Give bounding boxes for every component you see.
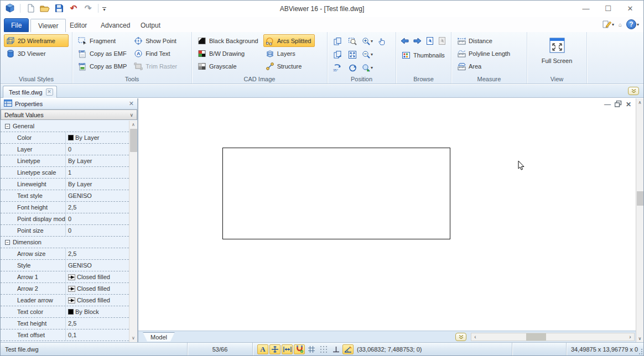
ortho-toggle[interactable] xyxy=(330,344,341,354)
app-logo-icon[interactable] xyxy=(4,2,16,14)
scroll-thumb[interactable] xyxy=(637,191,643,206)
black-background-button[interactable]: Black Background xyxy=(195,34,262,47)
property-row-color[interactable]: Color By Layer xyxy=(1,132,129,144)
open-file-button[interactable] xyxy=(39,2,51,14)
section-row-dimension[interactable]: −Dimension xyxy=(1,237,129,248)
distance-button[interactable]: Distance xyxy=(455,34,523,47)
tab-file[interactable]: File xyxy=(4,18,29,32)
property-row-arrow-1[interactable]: Arrow 1 Closed filled xyxy=(1,271,129,283)
save-button[interactable] xyxy=(53,2,65,14)
tab-output[interactable]: Output xyxy=(133,19,168,32)
mdi-restore-button[interactable] xyxy=(615,101,622,108)
qat-customize-button[interactable]: ▾ xyxy=(102,6,106,11)
zoom-window-button[interactable] xyxy=(346,35,359,48)
scroll-down-icon[interactable]: ∨ xyxy=(129,334,137,342)
property-row-font-height[interactable]: Font height 2,5 xyxy=(1,202,129,213)
layout-list-chevron-button[interactable] xyxy=(455,333,466,341)
property-row-arrow-size[interactable]: Arrow size 2,5 xyxy=(1,248,129,260)
tab-viewer[interactable]: Viewer xyxy=(30,19,66,32)
first-page-button[interactable] xyxy=(424,34,435,47)
preset-dropdown[interactable]: Default Values ∨ xyxy=(1,109,137,120)
scroll-right-icon[interactable]: › xyxy=(626,334,634,340)
grid-toggle[interactable] xyxy=(306,344,317,354)
property-row-linetype-scale[interactable]: Linetype scale 1 xyxy=(1,167,129,179)
snap-distance-toggle[interactable] xyxy=(282,344,293,354)
rotate-angle-button[interactable]: 35° xyxy=(331,61,344,74)
next-page-button[interactable] xyxy=(412,34,423,47)
drawing-canvas[interactable]: — ✕ Model ‹ › xyxy=(138,98,636,342)
paste-view-button[interactable] xyxy=(331,48,344,61)
properties-close-icon[interactable]: ✕ xyxy=(129,100,134,107)
property-row-style[interactable]: Style GENISO xyxy=(1,260,129,271)
horizontal-scrollbar[interactable]: ‹ › xyxy=(471,333,635,341)
close-button[interactable]: ✕ xyxy=(619,1,641,16)
cad-rectangle-entity[interactable] xyxy=(222,148,450,239)
thumbnails-button[interactable]: Thumbnails xyxy=(399,49,448,61)
3d-viewer-button[interactable]: 3D Viewer xyxy=(4,47,69,60)
structure-button[interactable]: Structure xyxy=(263,60,315,72)
undo-button[interactable]: ↶ xyxy=(67,2,80,14)
properties-scrollbar[interactable]: ∧ ∨ xyxy=(129,121,137,342)
redo-button[interactable]: ↷ xyxy=(82,2,94,14)
ribbon-collapse-button[interactable]: ⌂ xyxy=(619,22,622,28)
copy-as-bmp-button[interactable]: BMP Copy as BMP xyxy=(76,60,131,72)
zoom-out-button[interactable]: ▾ xyxy=(361,48,374,61)
polar-angle-toggle[interactable] xyxy=(342,344,354,354)
dot-grid-toggle[interactable] xyxy=(318,344,329,354)
document-tab[interactable]: Test file.dwg ✕ xyxy=(3,86,57,98)
property-row-lineweight[interactable]: Lineweight By Layer xyxy=(1,179,129,190)
document-close-icon[interactable]: ✕ xyxy=(46,88,53,96)
minimize-button[interactable]: — xyxy=(575,1,597,16)
grayscale-button[interactable]: Grayscale xyxy=(195,60,262,72)
arcs-splitted-button[interactable]: Arcs Splitted xyxy=(263,34,315,47)
tab-editor[interactable]: Editor xyxy=(63,19,94,32)
property-row-arrow-2[interactable]: Arrow 2 Closed filled xyxy=(1,283,129,295)
full-screen-button[interactable]: Full Screen xyxy=(536,34,578,73)
tab-advanced[interactable]: Advanced xyxy=(94,19,137,32)
property-row-layer[interactable]: Layer 0 xyxy=(1,144,129,155)
scroll-up-icon[interactable]: ∧ xyxy=(129,121,137,129)
property-row-point-display-mode[interactable]: Point display mode 0 xyxy=(1,213,129,225)
model-tab[interactable]: Model xyxy=(143,332,175,342)
scroll-up-icon[interactable]: ∧ xyxy=(636,98,643,106)
polyline-length-button[interactable]: Polyline Length xyxy=(455,47,523,60)
collapse-box-icon[interactable]: − xyxy=(5,240,10,245)
property-row-leader-arrow[interactable]: Leader arrow Closed filled xyxy=(1,295,129,306)
mdi-minimize-button[interactable]: — xyxy=(604,101,611,108)
tab-list-chevron-button[interactable] xyxy=(628,87,639,95)
scroll-thumb[interactable] xyxy=(130,129,137,152)
vertical-scrollbar[interactable]: ∧ ∨ xyxy=(636,98,643,342)
help-button[interactable]: ? ▾ xyxy=(626,19,639,29)
magnet-snap-toggle[interactable] xyxy=(294,344,305,354)
section-row-general[interactable]: −General xyxy=(1,121,129,132)
style-switcher-button[interactable]: ▾ xyxy=(602,20,614,29)
property-row-text-style[interactable]: Text style GENISO xyxy=(1,190,129,202)
property-row-text-offset[interactable]: Text offset 0,1 xyxy=(1,329,129,341)
layers-button[interactable]: Layers xyxy=(263,47,315,60)
snap-point-toggle[interactable] xyxy=(269,344,281,354)
mdi-close-button[interactable]: ✕ xyxy=(626,101,631,108)
copy-view-button[interactable] xyxy=(331,35,344,48)
text-display-toggle[interactable]: A xyxy=(257,344,268,354)
scroll-thumb[interactable] xyxy=(526,333,546,341)
fragment-button[interactable]: Fragment xyxy=(76,34,131,47)
area-button[interactable]: Area xyxy=(455,60,523,72)
scroll-left-icon[interactable]: ‹ xyxy=(471,334,479,340)
find-text-button[interactable]: A Find Text xyxy=(132,47,181,60)
bw-drawing-button[interactable]: B/W Drawing xyxy=(195,47,262,60)
previous-page-button[interactable] xyxy=(399,34,411,47)
property-row-text-color[interactable]: Text color By Block xyxy=(1,306,129,318)
zoom-in-button[interactable]: ▾ xyxy=(361,35,374,48)
2d-wireframe-button[interactable]: 2D Wireframe xyxy=(4,34,69,47)
resize-grip[interactable] xyxy=(639,343,643,355)
collapse-box-icon[interactable]: − xyxy=(5,124,10,129)
property-row-linetype[interactable]: Linetype By Layer xyxy=(1,155,129,167)
rotate-button[interactable] xyxy=(346,61,359,74)
fit-to-window-button[interactable] xyxy=(346,48,359,61)
pan-button[interactable] xyxy=(376,35,389,48)
property-row-text-height[interactable]: Text height 2,5 xyxy=(1,318,129,329)
scroll-down-icon[interactable]: ∨ xyxy=(636,334,643,342)
property-row-point-size[interactable]: Point size 0 xyxy=(1,225,129,237)
maximize-button[interactable]: ☐ xyxy=(597,1,619,16)
zoom-previous-button[interactable]: ▾ xyxy=(361,61,374,74)
